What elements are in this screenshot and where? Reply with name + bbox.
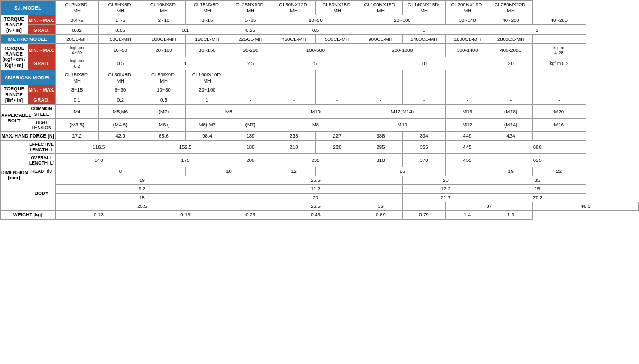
si-grad-5: 0.5 <box>272 25 359 35</box>
si-min-max-10: 40~280 <box>533 15 586 25</box>
el-2: 152.5 <box>142 140 229 153</box>
cs-9: M20 <box>533 105 586 118</box>
weight-5: 0.69 <box>359 211 403 219</box>
american-grad-5: - <box>229 95 272 105</box>
ht-6: M8 <box>272 118 359 131</box>
metric-min-max-3: 20~100 <box>142 43 186 57</box>
cs-3: (M7) <box>142 105 186 118</box>
ht-2: (M4.5) <box>99 118 142 131</box>
head-5: 15 <box>359 167 446 176</box>
body-n-4 <box>359 185 403 193</box>
el-9: 660 <box>489 140 586 153</box>
american-min-max-12: - <box>533 85 586 95</box>
head-1: 8 <box>56 167 186 176</box>
si-min-max-2: 1 ~5 <box>99 15 142 25</box>
si-min-max-4: 3~15 <box>186 15 229 25</box>
metric-col-4: 150CL-MH <box>186 35 229 43</box>
american-col-12: - <box>533 70 586 85</box>
si-model-section: S.I. MODEL <box>1 1 56 15</box>
dimension-label: DIMENSION[mm] <box>1 140 28 211</box>
si-min-max-1: 0.4~2 <box>56 15 99 25</box>
el-8: 445 <box>446 140 489 153</box>
si-col-2: CL5NX8D-MH <box>99 1 142 15</box>
si-grad-3: 0.1 <box>142 25 229 35</box>
american-min-max-2: 6~30 <box>99 85 142 95</box>
body-d-1: 15 <box>56 193 229 202</box>
american-min-max-4: 20~100 <box>186 85 229 95</box>
si-grad-6: 1 <box>359 25 489 35</box>
metric-grad-3: 1 <box>142 57 229 70</box>
metric-model-section: METRIC MODEL <box>1 35 56 43</box>
metric-col-7: 500CL-MH <box>316 35 359 43</box>
body-d-6: 27.2 <box>489 193 586 202</box>
cs-4: M8 <box>186 105 272 118</box>
body-D-3: 26.5 <box>272 202 359 210</box>
body-D-5 <box>403 202 446 210</box>
body-D-2 <box>229 202 272 210</box>
weight-4: 0.45 <box>272 211 359 219</box>
american-min-max-3: 10~50 <box>142 85 186 95</box>
mhf-5: 139 <box>229 132 272 140</box>
metric-min-max-1: kgf·cm4~20 <box>56 43 99 57</box>
ol-1: 140 <box>56 154 142 167</box>
si-min-max-9: 40~200 <box>489 15 533 25</box>
american-col-7: - <box>316 70 359 85</box>
metric-min-max-2: 10~50 <box>99 43 142 57</box>
american-grad-9: - <box>403 95 446 105</box>
american-grad-2: 0.2 <box>99 95 142 105</box>
ol-3: 200 <box>229 154 272 167</box>
el-4: 210 <box>272 140 316 153</box>
weight-8: 1.9 <box>489 211 533 219</box>
si-col-11: CL280NX22D-MH <box>489 1 533 15</box>
si-col-10: CL200NX19D-MH <box>446 1 489 15</box>
el-6: 295 <box>359 140 403 153</box>
high-tension-label: HIGHTENSION <box>28 118 56 131</box>
body-n-3: 11.2 <box>272 185 359 193</box>
ol-5: 310 <box>359 154 403 167</box>
body-d-2 <box>229 193 272 202</box>
common-steel-label: COMMONSTEEL <box>28 105 56 118</box>
american-grad-4: 1 <box>186 95 229 105</box>
ht-3: M6 ( <box>142 118 186 131</box>
el-3: 180 <box>229 140 272 153</box>
american-grad-3: 0.5 <box>142 95 186 105</box>
ol-4: 235 <box>272 154 359 167</box>
si-grad-7: 2 <box>489 25 586 35</box>
cs-2: M5,M6 <box>99 105 142 118</box>
body-n-2 <box>229 185 272 193</box>
body-n-1: 9.2 <box>56 185 229 193</box>
metric-min-max-6: 100-500 <box>272 43 359 57</box>
ht-8: M12 <box>446 118 489 131</box>
american-col-5: - <box>229 70 272 85</box>
metric-min-max-8: 300-1400 <box>446 43 489 57</box>
metric-torque-range-label: TORQUERANGE[Kgf • cm /Kgf • m] <box>1 43 28 70</box>
si-col-9: CL140NX15D-MH <box>403 1 446 15</box>
american-min-max-10: - <box>446 85 489 95</box>
metric-col-1: 20CL-MH <box>56 35 99 43</box>
si-torque-range-label: TORQUERANGE[N • m] <box>1 15 28 34</box>
mhf-4: 98.4 <box>186 132 229 140</box>
american-grad-12: - <box>533 95 586 105</box>
si-min-max-6: 10~50 <box>272 15 359 25</box>
body-D-7: 46.5 <box>533 202 639 210</box>
mhf-1: 17.2 <box>56 132 99 140</box>
ht-4: M6) M7 <box>186 118 229 131</box>
american-col-10: - <box>446 70 489 85</box>
cs-5: M10 <box>272 105 359 118</box>
applicable-bolt-label: APPLICABLEBOLT <box>1 105 28 132</box>
metric-grad-7: 20 <box>489 57 533 70</box>
head-6 <box>446 167 489 176</box>
si-min-max-8: 30~140 <box>446 15 489 25</box>
mhf-6: 238 <box>272 132 316 140</box>
weight-1: 0.13 <box>56 211 142 219</box>
body-d-3: 20 <box>272 193 359 202</box>
american-col-11: - <box>489 70 533 85</box>
american-min-max-1: 3~15 <box>56 85 99 95</box>
metric-min-max-7: 200-1000 <box>359 43 446 57</box>
metric-min-max-5: 50-250 <box>229 43 272 57</box>
ht-5: (M7) <box>229 118 272 131</box>
weight-6: 0.79 <box>403 211 446 219</box>
mhf-9: 394 <box>403 132 446 140</box>
mhf-2: 42.9 <box>99 132 142 140</box>
head-3: 12 <box>272 167 316 176</box>
